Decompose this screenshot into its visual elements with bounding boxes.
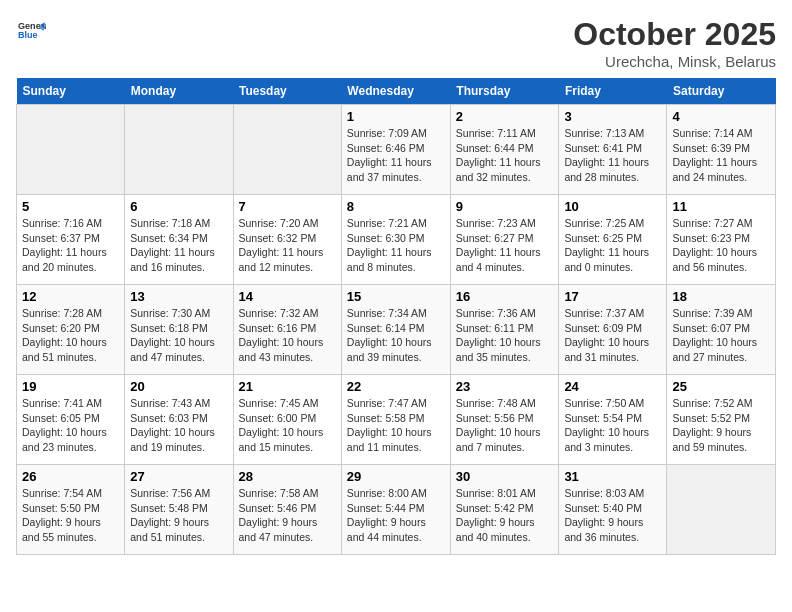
day-number: 9 bbox=[456, 199, 554, 214]
day-number: 30 bbox=[456, 469, 554, 484]
day-number: 16 bbox=[456, 289, 554, 304]
svg-text:Blue: Blue bbox=[18, 30, 38, 40]
calendar-cell: 3Sunrise: 7:13 AM Sunset: 6:41 PM Daylig… bbox=[559, 105, 667, 195]
calendar-cell: 20Sunrise: 7:43 AM Sunset: 6:03 PM Dayli… bbox=[125, 375, 233, 465]
calendar-cell: 16Sunrise: 7:36 AM Sunset: 6:11 PM Dayli… bbox=[450, 285, 559, 375]
day-info: Sunrise: 7:34 AM Sunset: 6:14 PM Dayligh… bbox=[347, 306, 445, 365]
day-number: 3 bbox=[564, 109, 661, 124]
day-header-monday: Monday bbox=[125, 78, 233, 105]
calendar-cell bbox=[125, 105, 233, 195]
day-number: 10 bbox=[564, 199, 661, 214]
day-number: 31 bbox=[564, 469, 661, 484]
day-number: 13 bbox=[130, 289, 227, 304]
day-number: 26 bbox=[22, 469, 119, 484]
day-info: Sunrise: 7:25 AM Sunset: 6:25 PM Dayligh… bbox=[564, 216, 661, 275]
calendar-cell: 11Sunrise: 7:27 AM Sunset: 6:23 PM Dayli… bbox=[667, 195, 776, 285]
logo: General Blue bbox=[16, 16, 46, 48]
day-info: Sunrise: 7:30 AM Sunset: 6:18 PM Dayligh… bbox=[130, 306, 227, 365]
day-number: 20 bbox=[130, 379, 227, 394]
calendar-week-row: 19Sunrise: 7:41 AM Sunset: 6:05 PM Dayli… bbox=[17, 375, 776, 465]
calendar-cell: 25Sunrise: 7:52 AM Sunset: 5:52 PM Dayli… bbox=[667, 375, 776, 465]
day-info: Sunrise: 7:58 AM Sunset: 5:46 PM Dayligh… bbox=[239, 486, 336, 545]
day-info: Sunrise: 7:11 AM Sunset: 6:44 PM Dayligh… bbox=[456, 126, 554, 185]
day-info: Sunrise: 7:18 AM Sunset: 6:34 PM Dayligh… bbox=[130, 216, 227, 275]
calendar-week-row: 12Sunrise: 7:28 AM Sunset: 6:20 PM Dayli… bbox=[17, 285, 776, 375]
logo-icon: General Blue bbox=[18, 16, 46, 44]
day-number: 5 bbox=[22, 199, 119, 214]
day-info: Sunrise: 7:39 AM Sunset: 6:07 PM Dayligh… bbox=[672, 306, 770, 365]
calendar-week-row: 26Sunrise: 7:54 AM Sunset: 5:50 PM Dayli… bbox=[17, 465, 776, 555]
day-number: 14 bbox=[239, 289, 336, 304]
day-info: Sunrise: 8:01 AM Sunset: 5:42 PM Dayligh… bbox=[456, 486, 554, 545]
day-info: Sunrise: 7:32 AM Sunset: 6:16 PM Dayligh… bbox=[239, 306, 336, 365]
day-header-thursday: Thursday bbox=[450, 78, 559, 105]
day-info: Sunrise: 7:43 AM Sunset: 6:03 PM Dayligh… bbox=[130, 396, 227, 455]
day-number: 29 bbox=[347, 469, 445, 484]
day-info: Sunrise: 7:09 AM Sunset: 6:46 PM Dayligh… bbox=[347, 126, 445, 185]
day-number: 23 bbox=[456, 379, 554, 394]
calendar-cell: 12Sunrise: 7:28 AM Sunset: 6:20 PM Dayli… bbox=[17, 285, 125, 375]
calendar-cell: 31Sunrise: 8:03 AM Sunset: 5:40 PM Dayli… bbox=[559, 465, 667, 555]
day-number: 27 bbox=[130, 469, 227, 484]
calendar-cell: 22Sunrise: 7:47 AM Sunset: 5:58 PM Dayli… bbox=[341, 375, 450, 465]
day-info: Sunrise: 7:50 AM Sunset: 5:54 PM Dayligh… bbox=[564, 396, 661, 455]
day-info: Sunrise: 7:54 AM Sunset: 5:50 PM Dayligh… bbox=[22, 486, 119, 545]
day-number: 2 bbox=[456, 109, 554, 124]
calendar-week-row: 5Sunrise: 7:16 AM Sunset: 6:37 PM Daylig… bbox=[17, 195, 776, 285]
calendar-cell: 8Sunrise: 7:21 AM Sunset: 6:30 PM Daylig… bbox=[341, 195, 450, 285]
day-info: Sunrise: 7:13 AM Sunset: 6:41 PM Dayligh… bbox=[564, 126, 661, 185]
calendar-cell: 24Sunrise: 7:50 AM Sunset: 5:54 PM Dayli… bbox=[559, 375, 667, 465]
day-number: 11 bbox=[672, 199, 770, 214]
day-info: Sunrise: 7:41 AM Sunset: 6:05 PM Dayligh… bbox=[22, 396, 119, 455]
day-info: Sunrise: 7:20 AM Sunset: 6:32 PM Dayligh… bbox=[239, 216, 336, 275]
day-info: Sunrise: 7:36 AM Sunset: 6:11 PM Dayligh… bbox=[456, 306, 554, 365]
calendar-cell: 7Sunrise: 7:20 AM Sunset: 6:32 PM Daylig… bbox=[233, 195, 341, 285]
calendar-cell: 28Sunrise: 7:58 AM Sunset: 5:46 PM Dayli… bbox=[233, 465, 341, 555]
title-block: October 2025 Urechcha, Minsk, Belarus bbox=[573, 16, 776, 70]
day-number: 17 bbox=[564, 289, 661, 304]
calendar-header-row: SundayMondayTuesdayWednesdayThursdayFrid… bbox=[17, 78, 776, 105]
calendar-cell: 15Sunrise: 7:34 AM Sunset: 6:14 PM Dayli… bbox=[341, 285, 450, 375]
calendar-week-row: 1Sunrise: 7:09 AM Sunset: 6:46 PM Daylig… bbox=[17, 105, 776, 195]
day-header-tuesday: Tuesday bbox=[233, 78, 341, 105]
calendar-cell: 14Sunrise: 7:32 AM Sunset: 6:16 PM Dayli… bbox=[233, 285, 341, 375]
day-info: Sunrise: 7:48 AM Sunset: 5:56 PM Dayligh… bbox=[456, 396, 554, 455]
day-number: 21 bbox=[239, 379, 336, 394]
calendar-cell: 10Sunrise: 7:25 AM Sunset: 6:25 PM Dayli… bbox=[559, 195, 667, 285]
day-header-wednesday: Wednesday bbox=[341, 78, 450, 105]
day-header-friday: Friday bbox=[559, 78, 667, 105]
calendar-cell: 17Sunrise: 7:37 AM Sunset: 6:09 PM Dayli… bbox=[559, 285, 667, 375]
calendar-cell: 4Sunrise: 7:14 AM Sunset: 6:39 PM Daylig… bbox=[667, 105, 776, 195]
calendar-table: SundayMondayTuesdayWednesdayThursdayFrid… bbox=[16, 78, 776, 555]
page-header: General Blue October 2025 Urechcha, Mins… bbox=[16, 16, 776, 70]
calendar-cell: 2Sunrise: 7:11 AM Sunset: 6:44 PM Daylig… bbox=[450, 105, 559, 195]
calendar-cell bbox=[233, 105, 341, 195]
day-number: 6 bbox=[130, 199, 227, 214]
day-info: Sunrise: 7:14 AM Sunset: 6:39 PM Dayligh… bbox=[672, 126, 770, 185]
day-info: Sunrise: 7:27 AM Sunset: 6:23 PM Dayligh… bbox=[672, 216, 770, 275]
day-number: 19 bbox=[22, 379, 119, 394]
calendar-cell bbox=[17, 105, 125, 195]
day-number: 28 bbox=[239, 469, 336, 484]
day-number: 24 bbox=[564, 379, 661, 394]
calendar-cell: 29Sunrise: 8:00 AM Sunset: 5:44 PM Dayli… bbox=[341, 465, 450, 555]
calendar-cell bbox=[667, 465, 776, 555]
day-number: 12 bbox=[22, 289, 119, 304]
day-number: 25 bbox=[672, 379, 770, 394]
calendar-cell: 1Sunrise: 7:09 AM Sunset: 6:46 PM Daylig… bbox=[341, 105, 450, 195]
calendar-cell: 30Sunrise: 8:01 AM Sunset: 5:42 PM Dayli… bbox=[450, 465, 559, 555]
calendar-cell: 27Sunrise: 7:56 AM Sunset: 5:48 PM Dayli… bbox=[125, 465, 233, 555]
calendar-cell: 9Sunrise: 7:23 AM Sunset: 6:27 PM Daylig… bbox=[450, 195, 559, 285]
day-number: 7 bbox=[239, 199, 336, 214]
day-header-sunday: Sunday bbox=[17, 78, 125, 105]
page-title: October 2025 bbox=[573, 16, 776, 53]
day-info: Sunrise: 7:52 AM Sunset: 5:52 PM Dayligh… bbox=[672, 396, 770, 455]
calendar-cell: 26Sunrise: 7:54 AM Sunset: 5:50 PM Dayli… bbox=[17, 465, 125, 555]
day-info: Sunrise: 7:56 AM Sunset: 5:48 PM Dayligh… bbox=[130, 486, 227, 545]
calendar-cell: 18Sunrise: 7:39 AM Sunset: 6:07 PM Dayli… bbox=[667, 285, 776, 375]
day-number: 1 bbox=[347, 109, 445, 124]
day-info: Sunrise: 7:47 AM Sunset: 5:58 PM Dayligh… bbox=[347, 396, 445, 455]
day-info: Sunrise: 7:21 AM Sunset: 6:30 PM Dayligh… bbox=[347, 216, 445, 275]
calendar-cell: 13Sunrise: 7:30 AM Sunset: 6:18 PM Dayli… bbox=[125, 285, 233, 375]
day-number: 22 bbox=[347, 379, 445, 394]
